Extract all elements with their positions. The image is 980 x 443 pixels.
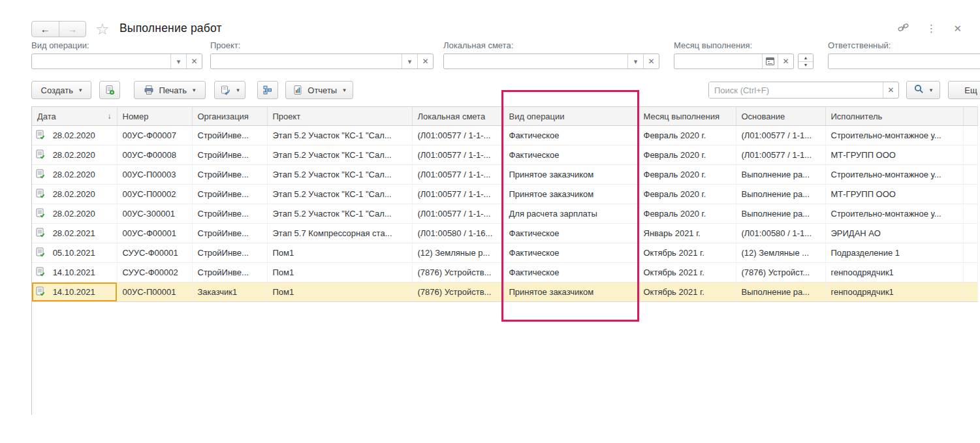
- cell[interactable]: Этап 5.2 Участок "КС-1 "Сал...: [267, 165, 412, 185]
- filter-responsible-input[interactable]: [829, 54, 980, 69]
- date-cell[interactable]: 14.10.2021: [32, 263, 117, 283]
- cell[interactable]: (Л01:00577 / 1-1-...: [412, 204, 503, 224]
- cell[interactable]: СУУС-Ф00002: [117, 263, 192, 283]
- filter-operation-input[interactable]: [32, 54, 170, 69]
- cell[interactable]: Выполнение ра...: [736, 204, 825, 224]
- table-row[interactable]: 28.02.202000УС-З00001СтройИнве...Этап 5.…: [32, 204, 977, 224]
- chevron-down-icon[interactable]: ▾: [170, 54, 186, 69]
- cell[interactable]: СтройИнве...: [192, 224, 267, 243]
- clear-icon[interactable]: ✕: [778, 54, 793, 69]
- cell[interactable]: Февраль 2020 г.: [638, 185, 736, 204]
- link-icon[interactable]: [898, 23, 909, 35]
- cell[interactable]: СтройИнве...: [192, 145, 267, 165]
- cell[interactable]: (Л01:00580 / 1-16...: [412, 224, 503, 243]
- cell[interactable]: 00УС-П00002: [117, 185, 192, 204]
- back-button[interactable]: ←: [32, 22, 59, 37]
- cell[interactable]: Октябрь 2021 г.: [638, 243, 736, 263]
- cell[interactable]: Для расчета зарплаты: [503, 204, 638, 224]
- table-row[interactable]: 05.10.2021СУУС-Ф00001СтройИнве...Пом1(12…: [32, 243, 977, 263]
- cell[interactable]: генпоодрядчик1: [825, 283, 963, 302]
- cell[interactable]: Октябрь 2021 г.: [638, 263, 736, 283]
- cell[interactable]: (Л01:00577 / 1-1-...: [412, 126, 503, 145]
- filter-project-input[interactable]: [211, 54, 402, 69]
- cell[interactable]: СтройИнве...: [192, 263, 267, 283]
- cell[interactable]: Февраль 2020 г.: [638, 165, 736, 185]
- table-row[interactable]: 14.10.2021СУУС-Ф00002СтройИнве...Пом1(78…: [32, 263, 977, 283]
- month-stepper[interactable]: ▲▼: [798, 53, 814, 69]
- search-input[interactable]: [709, 82, 883, 98]
- favorite-star-icon[interactable]: ☆: [95, 20, 110, 38]
- print-button[interactable]: Печать▾: [134, 81, 206, 99]
- cell[interactable]: (12) Земляные ...: [736, 243, 825, 263]
- column-header-5[interactable]: Вид операции: [503, 107, 638, 126]
- column-header-0[interactable]: Дата↓: [32, 107, 117, 126]
- table-row[interactable]: 28.02.202000УС-П00002СтройИнве...Этап 5.…: [32, 185, 977, 204]
- cell[interactable]: генпоодрядчик1: [825, 263, 963, 283]
- chevron-down-icon[interactable]: ▾: [627, 54, 643, 69]
- cell[interactable]: СтройИнве...: [192, 126, 267, 145]
- filter-month-input[interactable]: [674, 54, 762, 69]
- cell[interactable]: Этап 5.2 Участок "КС-1 "Сал...: [267, 185, 412, 204]
- date-cell[interactable]: 28.02.2020: [32, 145, 117, 165]
- column-header-3[interactable]: Проект: [267, 107, 412, 126]
- cell[interactable]: Фактическое: [503, 126, 638, 145]
- cell[interactable]: Октябрь 2021 г.: [638, 283, 736, 302]
- cell[interactable]: Принятое заказчиком: [503, 165, 638, 185]
- date-cell[interactable]: 14.10.2021: [32, 283, 117, 302]
- cell[interactable]: Этап 5.7 Компрессорная ста...: [267, 224, 412, 243]
- cell[interactable]: Фактическое: [503, 145, 638, 165]
- cell[interactable]: Выполнение ра...: [736, 165, 825, 185]
- step-up-icon[interactable]: ▲: [798, 54, 813, 62]
- cell[interactable]: Февраль 2020 г.: [638, 204, 736, 224]
- cell[interactable]: (7876) Устройств...: [412, 283, 503, 302]
- export-button[interactable]: ▾: [214, 81, 245, 99]
- cell[interactable]: Пом1: [267, 243, 412, 263]
- cell[interactable]: Этап 5.2 Участок "КС-1 "Сал...: [267, 204, 412, 224]
- filter-estimate-input[interactable]: [444, 54, 627, 69]
- cell[interactable]: Строительно-монтажное у...: [825, 126, 963, 145]
- cell[interactable]: (Л01:00577 / 1-1-...: [412, 165, 503, 185]
- cell[interactable]: Февраль 2020 г.: [638, 145, 736, 165]
- create-by-copy-button[interactable]: [99, 81, 120, 99]
- cell[interactable]: 00УС-З00001: [117, 204, 192, 224]
- column-header-7[interactable]: Основание: [736, 107, 825, 126]
- search-button[interactable]: ▾: [906, 81, 940, 99]
- cell[interactable]: Пом1: [267, 263, 412, 283]
- cell[interactable]: СтройИнве...: [192, 185, 267, 204]
- cell[interactable]: Этап 5.2 Участок "КС-1 "Сал...: [267, 126, 412, 145]
- cell[interactable]: Фактическое: [503, 224, 638, 243]
- cell[interactable]: (Л01:00577 / 1-1-...: [412, 185, 503, 204]
- cell[interactable]: Строительно-монтажное у...: [825, 165, 963, 185]
- cell[interactable]: Пом1: [267, 283, 412, 302]
- cell[interactable]: (Л01:00580 / 1-1...: [736, 224, 825, 243]
- hierarchy-view-button[interactable]: [257, 81, 278, 99]
- date-cell[interactable]: 28.02.2020: [32, 185, 117, 204]
- date-cell[interactable]: 28.02.2021: [32, 224, 117, 243]
- date-cell[interactable]: 28.02.2020: [32, 126, 117, 145]
- table-row[interactable]: 28.02.202000УС-П00003СтройИнве...Этап 5.…: [32, 165, 977, 185]
- step-down-icon[interactable]: ▼: [798, 62, 813, 69]
- clear-icon[interactable]: ✕: [186, 54, 202, 69]
- more-actions-button[interactable]: Ещ: [948, 81, 980, 99]
- table-row[interactable]: 28.02.202000УС-Ф00007СтройИнве...Этап 5.…: [32, 126, 977, 145]
- column-header-4[interactable]: Локальная смета: [412, 107, 503, 126]
- cell[interactable]: (Л01:00577 / 1-1...: [736, 145, 825, 165]
- cell[interactable]: 00УС-Ф00008: [117, 145, 192, 165]
- cell[interactable]: Выполнение ра...: [736, 185, 825, 204]
- column-header-2[interactable]: Организация: [192, 107, 267, 126]
- cell[interactable]: СтройИнве...: [192, 243, 267, 263]
- cell[interactable]: (Л01:00577 / 1-1-...: [412, 145, 503, 165]
- reports-button[interactable]: Отчеты▾: [285, 81, 353, 99]
- cell[interactable]: (7876) Устройст...: [736, 263, 825, 283]
- cell[interactable]: Февраль 2020 г.: [638, 126, 736, 145]
- cell[interactable]: Фактическое: [503, 263, 638, 283]
- cell[interactable]: (12) Земляные р...: [412, 243, 503, 263]
- cell[interactable]: 00УС-Ф00007: [117, 126, 192, 145]
- cell[interactable]: 00УС-П00001: [117, 283, 192, 302]
- cell[interactable]: МТ-ГРУПП ООО: [825, 145, 963, 165]
- date-cell[interactable]: 28.02.2020: [32, 165, 117, 185]
- cell[interactable]: СтройИнве...: [192, 165, 267, 185]
- column-header-6[interactable]: Месяц выполнения: [638, 107, 736, 126]
- column-header-8[interactable]: Исполнитель: [825, 107, 963, 126]
- date-cell[interactable]: 05.10.2021: [32, 243, 117, 263]
